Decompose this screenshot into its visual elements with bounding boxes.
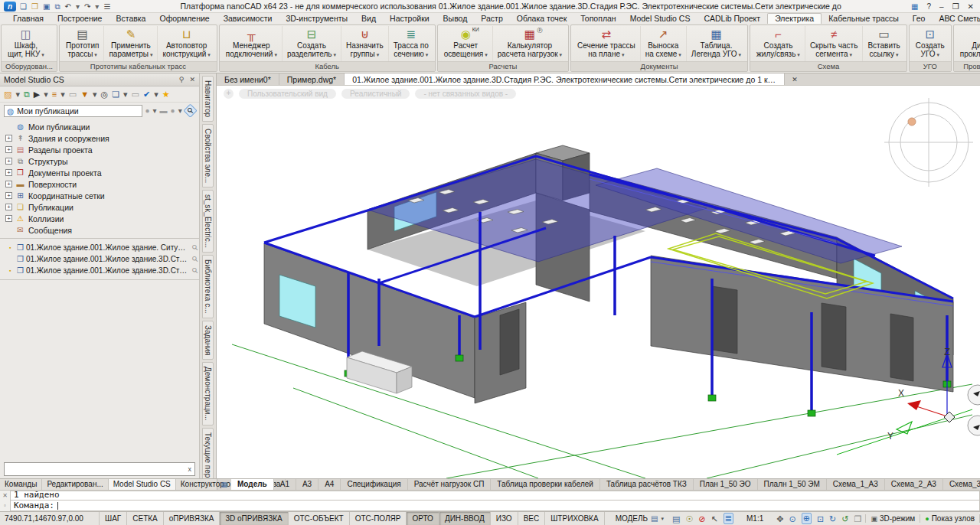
command-close-icon[interactable]: ✕: [2, 492, 8, 499]
ribbon-button[interactable]: ◫Шкаф, щит, НКУ: [3, 26, 49, 61]
status-toggle[interactable]: ОТС-ОБЪЕКТ: [289, 512, 350, 525]
tree-item[interactable]: ✉ Сообщения: [5, 224, 199, 236]
model-viewport[interactable]: + Пользовательский видРеалистичный- нет …: [217, 86, 980, 478]
pin-icon[interactable]: ⚲: [179, 76, 185, 83]
expand-icon[interactable]: +: [5, 215, 12, 222]
menu-tab[interactable]: Построение: [51, 13, 109, 24]
panel-toolbar-icon[interactable]: ❏: [112, 87, 119, 101]
menu-tab[interactable]: 3D-инструменты: [279, 13, 354, 24]
view-nav-icon[interactable]: ↻: [829, 513, 836, 525]
tree-item[interactable]: + ↟ Здания и сооружения: [5, 132, 199, 144]
menu-tab[interactable]: Главная: [6, 13, 51, 24]
layout-tab[interactable]: Схема_1_А3: [827, 479, 885, 490]
add-view-button[interactable]: +: [224, 89, 234, 99]
tree-item[interactable]: + ▬ Поверхности: [5, 178, 199, 190]
combo-tool-icon[interactable]: ▾: [178, 106, 182, 115]
ribbon-button[interactable]: ⌐Создать жилу/связь: [752, 26, 805, 61]
3d-model-canvas[interactable]: Z X Y: [217, 86, 980, 478]
view-overlay-pill[interactable]: Реалистичный: [341, 89, 410, 99]
status-toggle[interactable]: ШАГ: [100, 512, 127, 525]
view-compass[interactable]: [884, 98, 973, 187]
status-toggle[interactable]: ВЕС: [518, 512, 546, 525]
status-toggle[interactable]: оПРИВЯЗКА: [164, 512, 220, 525]
panel-tab[interactable]: Команды: [0, 479, 42, 490]
panel-toolbar-icon[interactable]: ▭: [132, 87, 139, 101]
magnifier-icon[interactable]: ⚲: [190, 266, 200, 276]
key-icon[interactable]: ⚲: [183, 103, 198, 118]
status-toggle[interactable]: 3D оПРИВЯЗКА: [220, 512, 288, 525]
status-tool-icon[interactable]: ↖: [711, 513, 718, 525]
side-tab[interactable]: Свойства эле...: [202, 124, 214, 188]
layout-tab[interactable]: Таблица проверки кабелей: [491, 479, 600, 490]
tree-item[interactable]: + ⊞ Координатные сетки: [5, 190, 199, 201]
expand-icon[interactable]: +: [5, 169, 12, 176]
tree-item[interactable]: + ❒ Документы проекта: [5, 167, 199, 178]
layout-tab[interactable]: Модель: [231, 479, 274, 490]
side-tab[interactable]: Библиотека с...: [202, 255, 214, 318]
quick-access-icon[interactable]: ☰: [103, 2, 110, 11]
expand-icon[interactable]: +: [5, 146, 12, 153]
menu-tab[interactable]: Вставка: [109, 13, 152, 24]
side-tab[interactable]: Демонстраци...: [202, 362, 214, 426]
combo-tool-icon[interactable]: ▾: [153, 106, 157, 115]
layout-tab[interactable]: А1: [274, 479, 296, 490]
ribbon-button[interactable]: ▦Таблица. Легенда УГО: [686, 26, 746, 61]
panel-toolbar-icon[interactable]: ▶: [34, 87, 40, 101]
side-tab[interactable]: Навигатор: [202, 76, 214, 122]
panel-toolbar-icon[interactable]: ★: [162, 87, 170, 101]
ribbon-button[interactable]: ⇄Сечение трассы на плане: [573, 26, 640, 61]
magnifier-icon[interactable]: ⚲: [190, 243, 200, 253]
menu-tab[interactable]: Растр: [474, 13, 509, 24]
quick-access-icon[interactable]: ▾: [95, 2, 99, 11]
expand-icon[interactable]: [5, 123, 12, 130]
combo-tool-icon[interactable]: ▬: [160, 106, 168, 115]
menu-tab[interactable]: Вывод: [436, 13, 475, 24]
layouts-icon[interactable]: ▦: [217, 479, 231, 490]
document-list-item[interactable]: ▪ ❐ 01.Жилое здание.001.Жилое здание.3D.…: [9, 265, 198, 276]
panel-tab[interactable]: Редактирован...: [42, 479, 108, 490]
status-toggle[interactable]: СЕТКА: [127, 512, 164, 525]
tree-item[interactable]: + ❏ Публикации: [5, 201, 199, 213]
close-button[interactable]: ✕: [968, 2, 974, 11]
document-tab[interactable]: Пример.dwg*: [279, 73, 345, 85]
layout-tab[interactable]: Схема_3_А4х6: [943, 479, 980, 490]
quick-access-icon[interactable]: ▾: [76, 2, 80, 11]
status-toggle[interactable]: ОРТО: [407, 512, 439, 525]
menu-tab[interactable]: Облака точек: [510, 13, 573, 24]
status-toggle[interactable]: ШТРИХОВКА: [545, 512, 604, 525]
menu-tab[interactable]: Кабельные трассы: [822, 13, 906, 24]
model-space-indicator[interactable]: МОДЕЛЬ ▤ ▾: [605, 512, 668, 525]
panel-toolbar-icon[interactable]: ▨: [4, 87, 11, 101]
panel-toolbar-icon[interactable]: ⧉: [24, 87, 30, 101]
ribbon-button[interactable]: ?Диагностика прокладки кабеля: [956, 26, 980, 61]
ribbon-button[interactable]: ⊔Автоповтор конструкций: [157, 26, 214, 61]
tree-item[interactable]: + ⧉ Структуры: [5, 155, 199, 167]
keyboard-panel-icon[interactable]: ▦: [911, 2, 918, 11]
quick-access-icon[interactable]: ↷: [84, 2, 90, 11]
menu-tab[interactable]: Настройки: [383, 13, 436, 24]
view-overlay-pill[interactable]: Пользовательский вид: [239, 89, 336, 99]
layout-tab[interactable]: А3: [296, 479, 318, 490]
status-toggle[interactable]: ОТС-ПОЛЯР: [350, 512, 407, 525]
status-tool-icon[interactable]: ▤: [672, 513, 680, 525]
command-prompt[interactable]: Команда:: [10, 501, 980, 511]
status-tool-icon[interactable]: ≣: [724, 513, 733, 524]
menu-tab[interactable]: Зависимости: [217, 13, 279, 24]
document-list-item[interactable]: ❐ 01.Жилое здание.001.Жилое здание.3D.Ст…: [9, 253, 198, 265]
status-toggle[interactable]: ИЗО: [491, 512, 518, 525]
layout-tab[interactable]: Таблица расчётов ТКЗ: [600, 479, 694, 490]
panel-close-icon[interactable]: ✕: [189, 76, 195, 83]
menu-tab[interactable]: Топоплан: [573, 13, 622, 24]
document-tab-close-icon[interactable]: ✕: [785, 73, 805, 85]
view-nav-icon[interactable]: ✥: [776, 513, 783, 525]
menu-tab[interactable]: CADLib Проект: [697, 13, 767, 24]
menu-tab[interactable]: АВС Сметы: [932, 13, 980, 24]
ribbon-button[interactable]: ▤Прототип трассы: [61, 26, 103, 61]
scale-indicator[interactable]: М1:1: [737, 512, 773, 525]
minimize-button[interactable]: –: [939, 2, 944, 11]
quick-access-icon[interactable]: ❐: [31, 2, 38, 11]
view-nav-icon[interactable]: ↺: [841, 513, 848, 525]
panel-toolbar-icon[interactable]: ▾: [15, 87, 20, 101]
combo-tool-icon[interactable]: ●: [171, 106, 175, 115]
ribbon-button[interactable]: ⊡Создать УГО: [911, 26, 949, 61]
